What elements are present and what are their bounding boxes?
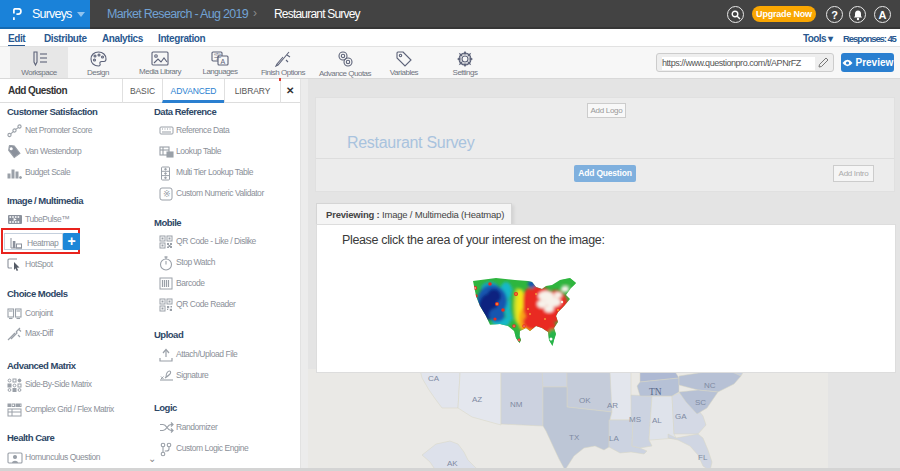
svg-text:AL: AL xyxy=(652,416,662,425)
svg-text:NM: NM xyxy=(510,400,523,409)
svg-text:※: ※ xyxy=(163,189,171,199)
svg-text:AR: AR xyxy=(607,401,618,410)
svg-text:AZ: AZ xyxy=(472,395,482,404)
svg-text:TX: TX xyxy=(569,433,580,442)
svg-text:NC: NC xyxy=(704,381,716,390)
svg-text:MS: MS xyxy=(629,415,641,424)
svg-text:OK: OK xyxy=(579,396,591,405)
svg-text:SC: SC xyxy=(695,398,706,407)
svg-text:TN: TN xyxy=(649,387,662,397)
svg-text:AK: AK xyxy=(447,459,458,468)
svg-text:LA: LA xyxy=(609,434,619,443)
svg-text:GA: GA xyxy=(675,412,687,421)
svg-text:CA: CA xyxy=(428,374,440,383)
svg-text:A: A xyxy=(221,58,226,65)
svg-text:FL: FL xyxy=(698,453,708,462)
